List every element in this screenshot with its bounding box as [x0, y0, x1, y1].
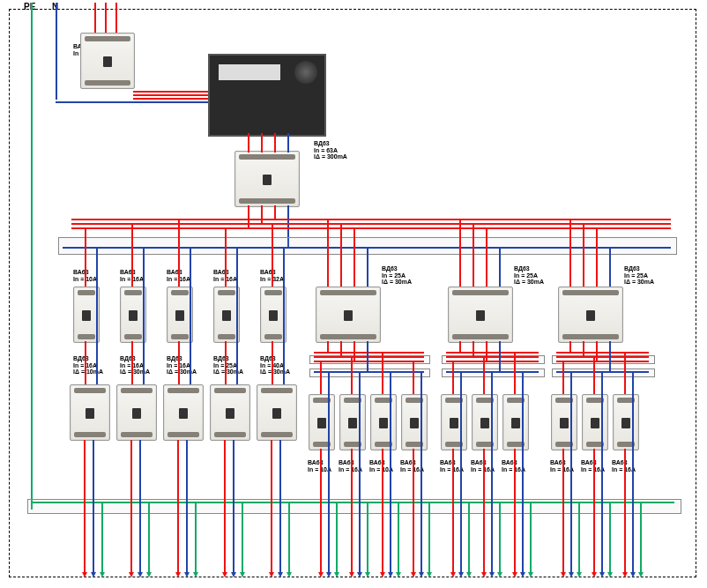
subbus-2n [442, 368, 545, 377]
main-rcd-label: ВД63In = 63AIΔ = 300mA [314, 140, 347, 160]
group-rcd-3 [558, 287, 623, 343]
sb-8 [551, 394, 577, 450]
mid-rcd-1 [70, 384, 110, 441]
pe-main [31, 3, 33, 510]
n-main [56, 3, 57, 100]
main-rcd [234, 151, 300, 207]
sb-1 [309, 394, 335, 450]
sb-2 [339, 394, 366, 450]
l1-in [94, 3, 96, 33]
group-rcd-1 [316, 287, 381, 343]
lbl-mrcd5: ВД63In = 40AIΔ = 30mA [260, 355, 290, 376]
meter-dial [294, 61, 317, 84]
mid-rcd-4 [210, 384, 250, 441]
sb-7 [502, 394, 529, 450]
sb-10 [613, 394, 639, 450]
sb-4 [401, 394, 428, 450]
mid-rcd-3 [163, 384, 204, 441]
lbl-mrcd3: ВД63In = 16AIΔ = 30mA [167, 355, 197, 376]
main-breaker [80, 33, 135, 89]
mid-rcd-5 [257, 384, 297, 441]
sb-9 [582, 394, 608, 450]
pe-label: PE [24, 2, 35, 11]
panel-enclosure: PE N ВА63In = 63A ВД63In = 63AIΔ = 300mA… [9, 9, 696, 577]
subbus-3n [552, 368, 655, 377]
lbl-grcd3: ВД63In = 25AIΔ = 30mA [624, 265, 654, 286]
l3-in [115, 3, 117, 33]
lbl-mrcd2: ВД63In = 16AIΔ = 30mA [120, 355, 150, 376]
group-rcd-2 [448, 287, 513, 343]
l2-in [105, 3, 107, 33]
sb-3 [370, 394, 397, 450]
mid-rcd-2 [116, 384, 157, 441]
lbl-mrcd4: ВД63In = 25AIΔ = 30mA [213, 355, 243, 376]
energy-meter [208, 54, 326, 137]
lbl-grcd1: ВД63In = 25AIΔ = 30mA [382, 265, 412, 286]
sb-5 [441, 394, 467, 450]
lbl-grcd2: ВД63In = 25AIΔ = 30mA [514, 265, 544, 286]
sb-6 [472, 394, 498, 450]
meter-display [219, 64, 280, 80]
lbl-mrcd1: ВД63In = 16AIΔ = 10mA [73, 355, 103, 376]
